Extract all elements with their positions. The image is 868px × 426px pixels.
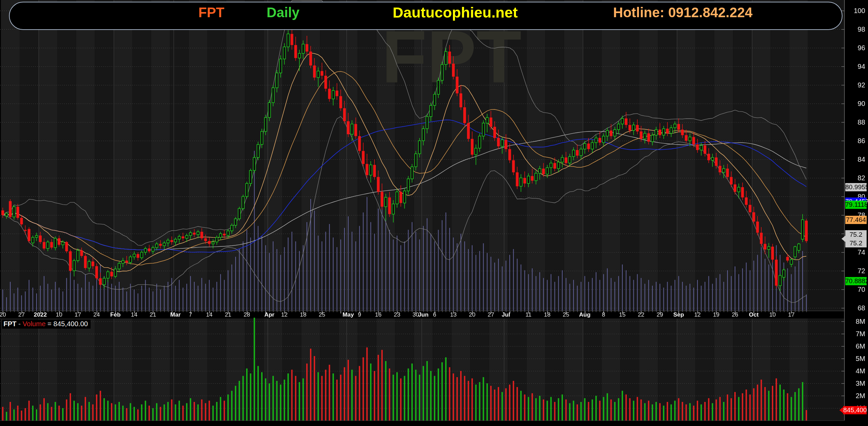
price-level-tag: 70.8882 (845, 277, 867, 285)
date-axis-tick-label: 22 (631, 311, 651, 318)
price-axis-tick-label: 82 (846, 174, 865, 182)
date-axis-tick-label: 8 (593, 311, 614, 318)
date-axis-tick-label: 10 (49, 311, 70, 318)
date-axis-tick-label: 15 (612, 311, 633, 318)
price-axis-tick-label: 92 (846, 81, 865, 89)
price-axis-tick-label: 74 (846, 248, 865, 256)
timeframe-label: Daily (267, 5, 300, 20)
volume-pane-symbol: FPT (3, 320, 17, 328)
date-axis-tick-label: 12 (274, 311, 295, 318)
date-axis-tick-label: 28 (237, 311, 257, 318)
volume-axis-tick-label: 3M (846, 380, 865, 387)
date-axis-tick-label: Aug (575, 311, 595, 318)
date-axis-tick-label: 10 (762, 311, 783, 318)
date-axis-tick-label: 13 (443, 311, 464, 318)
volume-axis-tick-label: 7M (846, 330, 865, 338)
volume-axis-tick-label: 8M (846, 318, 865, 325)
date-axis-tick-label: 21 (143, 311, 163, 318)
date-axis-tick-label: 9 (349, 311, 370, 318)
date-axis-tick-label: Oct (743, 311, 764, 318)
site-brand-label: Dautucophieu.net (393, 4, 518, 21)
date-axis-tick-label: 14 (124, 311, 145, 318)
volume-pane-value: = 845,400.00 (45, 320, 88, 328)
price-axis-tick-label: 68 (846, 304, 865, 312)
date-axis-tick-label: 26 (725, 311, 745, 318)
chart-application: FPT Daily Dautucophieu.net Hotline: 0912… (0, 0, 868, 426)
date-axis-tick-label: 19 (706, 311, 726, 318)
price-axis-tick-label: 72 (846, 267, 865, 275)
price-axis-tick-label: 100 (846, 7, 865, 14)
price-axis-tick-label: 96 (846, 44, 865, 52)
date-axis-tick-label: 6 (424, 311, 445, 318)
price-axis-tick-label: 98 (846, 25, 865, 33)
date-axis-tick-label: 25 (556, 311, 576, 318)
date-axis-tick-label: 16 (368, 311, 389, 318)
price-level-tag: 77.464 (845, 216, 867, 224)
price-axis-tick-label: 86 (846, 137, 865, 145)
date-axis-tick-label: 12 (687, 311, 708, 318)
price-level-tag: 79.1118 (845, 201, 867, 209)
date-axis-tick-label: 18 (293, 311, 313, 318)
date-axis-tick-label: 27 (11, 311, 32, 318)
volume-pane-title: FPT - Volume = 845,400.00 (2, 320, 91, 329)
hotline-label: Hotline: 0912.842.224 (613, 5, 753, 20)
date-axis-tick-label: 24 (86, 311, 107, 318)
volume-pane-separator: - (17, 320, 23, 328)
date-axis-tick-label: 17 (68, 311, 88, 318)
tag-arrow-icon (841, 236, 845, 242)
price-chart-canvas[interactable] (0, 0, 868, 426)
date-axis-tick-label: Sep (668, 311, 689, 318)
price-axis-tick-label: 90 (846, 100, 865, 107)
price-axis-tick-label: 88 (846, 118, 865, 126)
volume-axis-tick-label: 5M (846, 355, 865, 362)
header-bar: FPT Daily Dautucophieu.net Hotline: 0912… (9, 2, 843, 30)
tag-arrow-icon (839, 407, 843, 413)
date-axis-tick-label: 7 (180, 311, 201, 318)
date-axis-tick-label: 20 (462, 311, 483, 318)
date-axis-tick-label: 23 (387, 311, 407, 318)
volume-axis-tick-label: 2M (846, 392, 865, 400)
date-axis-tick-label: 11 (518, 311, 539, 318)
volume-pane-series: Volume (23, 320, 46, 328)
date-axis-tick-label: 17 (781, 311, 802, 318)
date-axis-tick-label: 14 (199, 311, 220, 318)
price-level-tag: 75.275.2 (845, 230, 867, 247)
date-axis-tick-label: 2022 (30, 311, 51, 318)
volume-axis-tick-label: 4M (846, 367, 865, 375)
volume-axis-tick-label: 6M (846, 342, 865, 350)
price-axis-tick-label: 70 (846, 286, 865, 293)
price-level-tag: 80.9955 (845, 183, 867, 191)
symbol-label: FPT (198, 5, 225, 20)
last-volume-tag: 845,400 (843, 406, 867, 414)
date-axis-tick-label: 25 (312, 311, 332, 318)
date-axis-tick-label: 21 (218, 311, 238, 318)
date-axis-tick-label: 29 (650, 311, 670, 318)
date-axis-tick-label: 18 (537, 311, 558, 318)
date-axis-tick-label: Jul (496, 311, 516, 318)
price-axis-tick-label: 84 (846, 156, 865, 163)
date-axis-tick-label: Feb (105, 311, 126, 318)
price-axis-tick-label: 94 (846, 63, 865, 70)
